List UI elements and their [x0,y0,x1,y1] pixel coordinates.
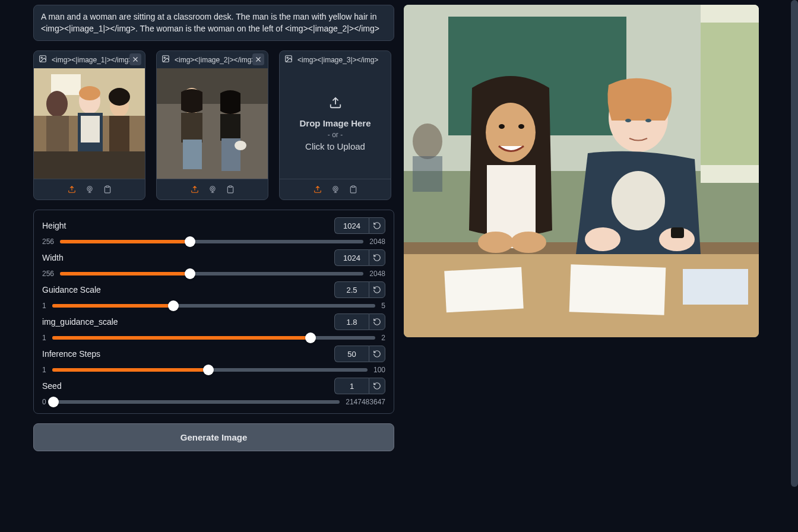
svg-point-19 [164,57,165,58]
clipboard-icon[interactable] [102,184,113,195]
svg-rect-36 [352,186,354,187]
svg-point-16 [88,188,91,190]
width-slider[interactable] [60,272,363,276]
seed-max-label: 2147483647 [346,398,385,406]
seed-slider[interactable] [52,400,340,404]
webcam-icon[interactable] [207,184,218,195]
image-tag-label: <img><|image_3|></img> [297,56,378,64]
dropzone-or: - or - [328,131,343,139]
svg-rect-6 [46,116,69,151]
image-thumbnail-1[interactable] [34,68,145,179]
svg-rect-24 [183,140,202,169]
svg-point-60 [585,227,620,251]
height-max-label: 2048 [369,238,385,246]
scrollbar-thumb[interactable] [791,0,798,487]
svg-rect-14 [34,151,145,179]
image-slot-1: <img><|image_1|></img> [33,50,145,200]
svg-point-55 [511,232,546,253]
webcam-icon[interactable] [84,184,95,195]
guidance-value-input[interactable] [334,281,369,298]
remove-image-button[interactable] [252,53,264,65]
settings-panel: Height 256 2048 Width 256 [33,210,394,414]
svg-point-52 [518,124,524,129]
svg-rect-47 [569,264,666,315]
steps-label: Inference Steps [42,349,100,359]
svg-point-1 [41,57,42,58]
upload-icon[interactable] [66,184,77,195]
steps-value-input[interactable] [334,346,369,362]
seed-value-input[interactable] [334,378,369,394]
width-value-input[interactable] [334,249,369,266]
svg-point-57 [625,119,631,122]
img_guidance-value-input[interactable] [334,314,369,330]
svg-point-29 [210,186,214,191]
seed-min-label: 0 [42,398,46,406]
seed-reset-button[interactable] [369,378,385,394]
steps-slider-group: Inference Steps 1 100 [42,346,385,374]
width-max-label: 2048 [369,270,385,278]
image-thumbnail-2[interactable] [157,68,268,179]
seed-label: Seed [42,381,62,391]
clipboard-icon[interactable] [348,184,359,195]
clipboard-icon[interactable] [225,184,236,195]
width-reset-button[interactable] [369,249,385,266]
img_guidance-slider-group: img_guidance_scale 1 2 [42,314,385,342]
svg-rect-10 [81,116,100,142]
guidance-slider[interactable] [52,304,376,308]
height-slider[interactable] [60,240,363,243]
image-slot-3: <img><|image_3|></img> Drop Image Here -… [279,50,391,200]
steps-slider[interactable] [52,368,368,372]
img_guidance-slider[interactable] [52,336,376,340]
svg-point-51 [499,124,505,129]
svg-rect-41 [701,23,759,165]
image-dropzone[interactable]: Drop Image Here - or - Click to Upload [280,68,391,179]
svg-point-5 [46,91,68,117]
image-tag-label: <img><|image_1|></img> [52,56,132,64]
svg-rect-21 [157,68,268,104]
output-image[interactable] [404,5,759,337]
height-value-input[interactable] [334,217,369,234]
steps-min-label: 1 [42,366,46,374]
upload-icon [329,96,342,112]
image-slot-2: <img><|image_2|></img> [156,50,268,200]
img_guidance-min-label: 1 [42,334,46,342]
svg-point-59 [612,171,665,230]
steps-reset-button[interactable] [369,346,385,362]
seed-slider-group: Seed 0 2147483647 [42,378,385,406]
svg-point-15 [87,186,91,191]
svg-rect-17 [106,186,109,187]
height-reset-button[interactable] [369,217,385,234]
upload-icon[interactable] [189,184,200,195]
scrollbar[interactable] [791,0,798,532]
svg-rect-43 [413,156,442,192]
svg-rect-23 [181,113,202,142]
svg-point-34 [332,186,337,191]
height-slider-group: Height 256 2048 [42,217,385,246]
svg-point-12 [109,88,130,106]
upload-icon[interactable] [312,184,323,195]
image-icon [284,55,293,65]
svg-point-58 [645,119,651,122]
guidance-min-label: 1 [42,302,46,310]
dropzone-title: Drop Image Here [299,118,370,128]
svg-rect-62 [671,227,684,238]
dropzone-click: Click to Upload [305,141,365,151]
svg-point-35 [334,188,337,190]
svg-rect-48 [683,269,748,305]
height-label: Height [42,221,66,230]
img_guidance-reset-button[interactable] [369,314,385,330]
height-min-label: 256 [42,238,54,246]
img_guidance-label: img_guidance_scale [42,317,118,327]
svg-point-28 [235,141,246,150]
guidance-reset-button[interactable] [369,281,385,298]
svg-point-54 [478,232,514,253]
svg-rect-13 [109,116,129,151]
generate-button[interactable]: Generate Image [33,423,394,451]
prompt-textarea[interactable]: A man and a woman are sitting at a class… [33,5,394,41]
svg-rect-31 [229,186,232,187]
webcam-icon[interactable] [330,184,341,195]
guidance-slider-group: Guidance Scale 1 5 [42,281,385,310]
remove-image-button[interactable] [129,53,141,65]
svg-point-30 [211,188,214,190]
image-icon [39,55,47,65]
